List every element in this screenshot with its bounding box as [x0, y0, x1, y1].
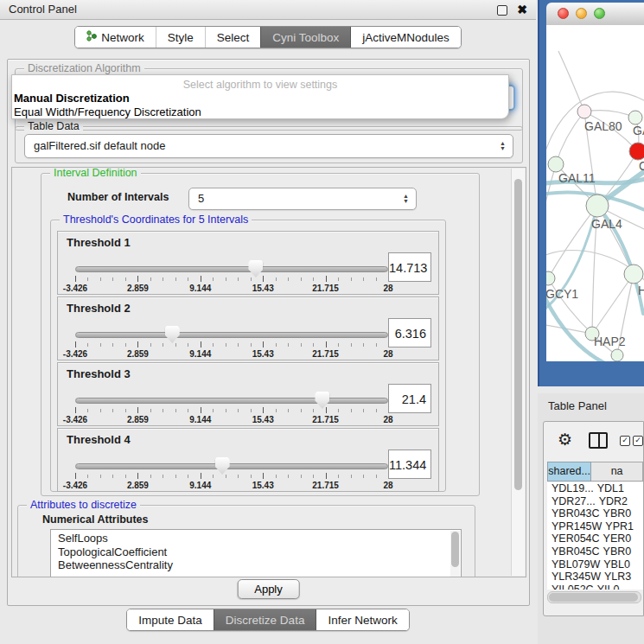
network-node[interactable] — [577, 105, 591, 118]
control-panel: Control Panel ✖ Network Style — [0, 0, 536, 644]
slider-track[interactable] — [75, 266, 388, 272]
table-cell[interactable]: YPR145W — [547, 520, 602, 533]
slider-handle[interactable] — [215, 457, 230, 475]
slider-track[interactable] — [75, 332, 388, 338]
table-cell[interactable]: YBR0 — [600, 545, 643, 558]
tab-select[interactable]: Select — [205, 27, 261, 48]
slider-track[interactable] — [75, 398, 388, 404]
network-edge[interactable] — [584, 111, 635, 118]
network-canvas[interactable]: GAL80GACGAL11GAL4GCY1HHAP2 — [546, 25, 644, 361]
minimize-window-icon[interactable] — [576, 8, 587, 19]
tab-cyni-toolbox[interactable]: Cyni Toolbox — [260, 27, 351, 48]
thresholds-group: Threshold's Coordinates for 5 Intervals … — [50, 220, 446, 492]
network-node[interactable] — [586, 194, 609, 217]
panel-title: Control Panel — [9, 0, 77, 19]
network-node[interactable] — [629, 143, 644, 160]
slider-track[interactable] — [75, 463, 388, 469]
attribute-list-item[interactable]: TopologicalCoefficient — [58, 545, 461, 559]
network-edge[interactable] — [546, 164, 556, 228]
tab-label: Discretize Data — [226, 614, 305, 627]
network-edge[interactable] — [548, 206, 597, 278]
table-cell[interactable]: YDL1 — [594, 482, 643, 495]
tab-jactivemnodules[interactable]: jActiveMNodules — [351, 27, 461, 48]
tab-label: jActiveMNodules — [362, 31, 450, 44]
network-node[interactable] — [611, 349, 623, 361]
table-cell[interactable]: YIL052C — [547, 583, 594, 590]
network-edge[interactable] — [558, 51, 584, 112]
checkbox-icon[interactable]: ✓ — [620, 436, 630, 446]
table-row[interactable]: YIL052CYIL0 — [547, 583, 643, 590]
table-cell[interactable]: YBR0 — [600, 507, 643, 520]
gear-icon[interactable]: ⚙ — [558, 430, 572, 450]
network-node-label: GAL80 — [584, 119, 622, 133]
column-header-shared[interactable]: shared... — [547, 462, 591, 481]
slider-handle[interactable] — [165, 326, 180, 343]
tab-impute-data[interactable]: Impute Data — [127, 609, 214, 630]
tab-infer-network[interactable]: Infer Network — [316, 609, 408, 630]
table-cell[interactable]: YER0 — [600, 532, 643, 545]
interval-definition-group: Interval Definition Number of Intervals … — [41, 173, 480, 496]
threshold-value-field[interactable]: 6.316 — [388, 318, 431, 348]
slider-handle[interactable] — [315, 392, 329, 409]
network-node[interactable] — [548, 156, 564, 172]
zoom-window-icon[interactable] — [594, 8, 605, 19]
table-cell[interactable]: YBR045C — [547, 545, 600, 558]
threshold-value-field[interactable]: 11.344 — [388, 450, 431, 479]
table-cell[interactable]: YBL079W — [547, 558, 600, 571]
checkbox-icon[interactable]: ✓ — [633, 436, 643, 446]
network-node[interactable] — [546, 271, 555, 285]
table-row[interactable]: YDR27...YDR2 — [547, 495, 643, 508]
network-edge[interactable] — [556, 112, 584, 164]
settings-viewport: Interval Definition Number of Intervals … — [12, 168, 511, 577]
attribute-list-item[interactable]: SelfLoops — [58, 532, 461, 545]
settings-scrollbar[interactable] — [511, 169, 525, 576]
spinner-arrows-icon[interactable]: ▲▼ — [403, 194, 409, 204]
threshold-value-field[interactable]: 21.4 — [388, 384, 431, 413]
table-row[interactable]: YDL19...YDL1 — [547, 482, 643, 495]
table-row[interactable]: YBR045CYBR0 — [547, 545, 643, 558]
split-columns-icon[interactable] — [589, 432, 608, 449]
attribute-list-item[interactable]: BetweennessCentrality — [58, 558, 461, 572]
table-row[interactable]: YER054CYER0 — [547, 532, 643, 545]
control-panel-titlebar: Control Panel ✖ — [0, 0, 536, 20]
network-window-titlebar[interactable] — [546, 3, 644, 26]
dropdown-option-equal-width[interactable]: Equal Width/Frequency Discretization — [14, 105, 201, 118]
close-window-icon[interactable] — [558, 8, 569, 19]
tab-label: Infer Network — [328, 614, 397, 627]
tab-style[interactable]: Style — [156, 27, 205, 48]
table-cell[interactable]: YDR2 — [596, 495, 643, 508]
table-row[interactable]: YBL079WYBL0 — [547, 558, 643, 571]
network-node[interactable] — [624, 265, 643, 284]
num-intervals-combo[interactable]: 5 ▲▼ — [188, 188, 417, 210]
apply-button[interactable]: Apply — [237, 579, 300, 599]
spinner-arrows-icon[interactable]: ▲▼ — [500, 141, 506, 151]
slider-handle[interactable] — [248, 260, 263, 277]
table-row[interactable]: YLR345WYLR3 — [547, 571, 643, 583]
dropdown-option-manual[interactable]: Manual Discretization — [14, 92, 130, 105]
slider-tick-labels: -3.4262.8599.14415.4321.71528 — [75, 284, 388, 293]
tab-discretize-data[interactable]: Discretize Data — [214, 609, 317, 630]
algorithm-group-title: Discretization Algorithm — [24, 62, 144, 74]
table-cell[interactable]: YDR27... — [547, 495, 596, 508]
threshold-value-field[interactable]: 14.713 — [388, 252, 431, 282]
table-row[interactable]: YBR043CYBR0 — [547, 507, 643, 520]
table-cell[interactable]: YLR3 — [601, 571, 643, 583]
table-hscrollbar[interactable] — [547, 591, 641, 603]
network-node-label: C — [639, 159, 644, 173]
close-icon[interactable]: ✖ — [517, 2, 527, 17]
table-cell[interactable]: YLR345W — [547, 571, 601, 583]
table-cell[interactable]: YDL19... — [547, 482, 594, 495]
table-cell[interactable]: YBR043C — [547, 507, 600, 520]
attributes-list-scrollbar[interactable] — [450, 531, 460, 577]
table-cell[interactable]: YBL0 — [600, 558, 643, 571]
table-data-combo[interactable]: galFiltered.sif default node ▲▼ — [24, 134, 513, 158]
float-window-icon[interactable] — [497, 5, 507, 16]
tab-network[interactable]: Network — [75, 27, 156, 48]
table-cell[interactable]: YPR1 — [602, 520, 643, 533]
column-header-name[interactable]: na — [591, 462, 643, 481]
network-node[interactable] — [628, 111, 642, 124]
tab-label: Style — [168, 31, 194, 44]
table-cell[interactable]: YIL0 — [594, 583, 643, 590]
table-row[interactable]: YPR145WYPR1 — [547, 520, 643, 533]
table-cell[interactable]: YER054C — [547, 532, 600, 545]
